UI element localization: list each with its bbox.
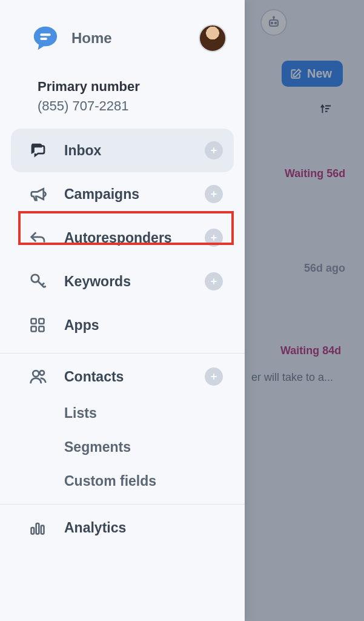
plus-icon: [210, 233, 218, 242]
compose-icon: [290, 68, 302, 80]
svg-rect-6: [325, 108, 329, 109]
svg-point-2: [275, 22, 277, 24]
svg-point-1: [271, 22, 273, 24]
nav-analytics-label: Analytics: [64, 520, 223, 536]
topbar-behind: [242, 0, 364, 45]
svg-rect-27: [31, 528, 35, 534]
svg-rect-21: [31, 326, 36, 331]
nav-custom-fields-label: Custom fields: [64, 473, 223, 489]
svg-rect-7: [325, 111, 328, 112]
new-button-label: New: [307, 67, 332, 81]
primary-number-title: Primary number: [38, 79, 227, 95]
sort-icon[interactable]: [319, 102, 332, 115]
analytics-icon: [29, 519, 53, 536]
nav-autoresponders-label: Autoresponders: [64, 230, 205, 246]
svg-rect-28: [36, 523, 39, 534]
status-waiting-2: Waiting 84d: [280, 344, 341, 357]
app-logo-icon[interactable]: [31, 24, 59, 52]
megaphone-icon: [29, 185, 53, 203]
inbox-icon: [29, 141, 53, 159]
status-ago: 56d ago: [304, 262, 345, 275]
status-waiting-1: Waiting 56d: [285, 167, 345, 180]
svg-rect-20: [39, 319, 44, 324]
nav-inbox-label: Inbox: [64, 143, 205, 159]
nav-list: Inbox Campaigns: [0, 114, 245, 347]
nav-keywords-label: Keywords: [64, 274, 205, 290]
svg-rect-8: [40, 33, 50, 36]
svg-rect-22: [39, 326, 44, 331]
nav-contacts-label: Contacts: [64, 369, 205, 385]
svg-rect-9: [40, 38, 47, 40]
add-keyword-button[interactable]: [205, 272, 223, 290]
plus-icon: [210, 372, 218, 381]
nav-autoresponders[interactable]: Autoresponders: [11, 216, 234, 260]
nav-apps-label: Apps: [64, 317, 223, 334]
contacts-icon: [29, 368, 53, 386]
nav-campaigns-label: Campaigns: [64, 186, 205, 203]
nav-lists-label: Lists: [64, 405, 223, 421]
avatar[interactable]: [199, 24, 227, 52]
truncated-text: er will take to a...: [251, 371, 333, 384]
add-campaign-button[interactable]: [205, 185, 223, 203]
reply-icon: [29, 229, 53, 247]
sidebar: Home Primary number (855) 707-2281 Inbox: [0, 0, 245, 621]
add-inbox-button[interactable]: [205, 141, 223, 159]
primary-number-value: (855) 707-2281: [38, 98, 227, 114]
nav-lists[interactable]: Lists: [11, 396, 234, 430]
subnav-contacts: Contacts Lists Segments Custom fields: [0, 354, 245, 498]
nav-contacts[interactable]: Contacts: [11, 357, 234, 396]
svg-rect-5: [325, 106, 331, 107]
nav-custom-fields[interactable]: Custom fields: [11, 464, 234, 498]
home-label[interactable]: Home: [71, 30, 199, 47]
plus-icon: [210, 146, 218, 155]
new-button[interactable]: New: [282, 61, 343, 87]
nav-segments-label: Segments: [64, 439, 223, 455]
svg-point-4: [273, 17, 274, 18]
bot-icon: [260, 9, 287, 36]
subnav-analytics: Analytics: [0, 505, 245, 547]
add-contact-button[interactable]: [205, 368, 223, 386]
add-autoresponder-button[interactable]: [205, 229, 223, 247]
key-icon: [29, 272, 53, 290]
plus-icon: [210, 277, 218, 286]
nav-campaigns[interactable]: Campaigns: [11, 172, 234, 216]
svg-point-16: [31, 275, 39, 283]
nav-segments[interactable]: Segments: [11, 430, 234, 464]
sidebar-header: Home: [0, 0, 245, 52]
svg-rect-29: [41, 526, 44, 534]
nav-inbox[interactable]: Inbox: [11, 129, 234, 172]
apps-icon: [29, 317, 53, 334]
nav-apps[interactable]: Apps: [11, 303, 234, 347]
nav-keywords[interactable]: Keywords: [11, 260, 234, 303]
svg-point-23: [33, 371, 39, 377]
plus-icon: [210, 190, 218, 198]
nav-analytics[interactable]: Analytics: [11, 508, 234, 547]
svg-rect-19: [31, 319, 36, 324]
primary-number-block: Primary number (855) 707-2281: [0, 52, 245, 114]
main-content-behind: [242, 0, 364, 621]
svg-point-24: [40, 371, 45, 375]
